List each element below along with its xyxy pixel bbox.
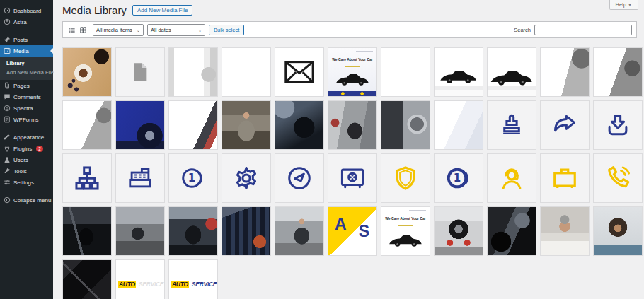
media-item-portrait-man-photo[interactable]	[540, 206, 590, 256]
media-item-website-screenshot-blue[interactable]: We Care About Your Car	[328, 47, 377, 97]
media-item-mechanic-hood-photo[interactable]	[168, 206, 218, 256]
media-item-stamp-image[interactable]	[487, 100, 536, 150]
car-icon	[335, 73, 370, 89]
tile-caption-secondary: S	[359, 222, 369, 241]
media-item-download-image[interactable]	[593, 100, 643, 150]
media-item-shield-image[interactable]	[381, 153, 430, 203]
media-item-blank-image[interactable]	[222, 47, 271, 97]
sidebar-item-wpforms[interactable]: WPForms	[0, 114, 53, 125]
media-item-support-agent-image[interactable]	[487, 153, 536, 203]
sidebar-item-settings[interactable]: Settings	[0, 177, 53, 188]
sidebar-item-posts[interactable]: Posts	[0, 34, 53, 45]
media-item-document-placeholder[interactable]	[115, 47, 165, 97]
media-item-mechanic-hood-photo[interactable]	[275, 100, 324, 150]
grid-view-icon[interactable]	[79, 25, 88, 35]
media-item-autoservice-logo-light[interactable]: AUTOSERVICE	[115, 259, 165, 299]
sidebar-item-label: Spectra	[13, 105, 33, 112]
media-item-light-gradient-image[interactable]	[434, 100, 483, 150]
media-item-breakfast-photo[interactable]	[62, 47, 112, 97]
tools-icon	[4, 168, 11, 175]
media-item-autoservice-logo-blue[interactable]: AUTOSERVICE	[168, 259, 218, 299]
sidebar-item-comments[interactable]: Comments	[0, 91, 53, 102]
sidebar-item-astra[interactable]: Astra	[0, 16, 53, 28]
tile-caption: A	[335, 215, 347, 234]
media-item-junkyard-photo[interactable]	[115, 206, 165, 256]
media-item-portrait-curly-man-photo[interactable]	[593, 206, 643, 256]
media-item-as-logo[interactable]: AS	[328, 206, 377, 256]
sidebar-item-spectra[interactable]: Spectra	[0, 102, 53, 114]
media-item-black-car-angled[interactable]	[487, 47, 536, 97]
sidebar-item-label: Tools	[13, 168, 27, 175]
astra-icon	[4, 18, 11, 25]
sidebar-item-label: Settings	[13, 180, 34, 186]
media-item-coin-image[interactable]: 1	[168, 153, 218, 203]
sidebar-item-users[interactable]: Users	[0, 154, 53, 165]
tile-caption-secondary	[398, 225, 413, 230]
tile-caption: We Care About Your Car	[381, 216, 430, 221]
media-item-gear-image[interactable]	[222, 153, 271, 203]
sidebar-item-plugins[interactable]: Plugins2	[0, 143, 53, 154]
shield-icon	[392, 165, 419, 192]
media-item-faded-white-photo[interactable]	[168, 47, 218, 97]
sidebar-item-label: Comments	[13, 94, 41, 100]
media-item-blank-image[interactable]	[381, 47, 430, 97]
tile-caption-secondary: SERVICE	[139, 281, 163, 288]
media-type-filter[interactable]: All media items⌄	[93, 24, 144, 36]
wordpress-admin: DashboardAstraPostsMediaLibraryAdd New M…	[0, 0, 644, 299]
media-item-blue-wheel-banner[interactable]	[115, 100, 165, 150]
add-new-media-button[interactable]: Add New Media File	[132, 5, 193, 16]
media-item-mechanic-portrait-photo[interactable]	[222, 100, 271, 150]
sidebar-item-dashboard[interactable]: Dashboard	[0, 5, 53, 16]
tile-caption: AUTO	[171, 281, 189, 288]
coin-icon: 1	[445, 165, 472, 192]
sidebar-item-media[interactable]: Media	[0, 45, 53, 57]
media-item-mechanic-wheel-photo[interactable]	[381, 100, 430, 150]
media-item-cash-register-image[interactable]	[115, 153, 165, 203]
media-item-person-photo-faded[interactable]	[540, 47, 590, 97]
media-item-dark-workshop-photo[interactable]	[62, 259, 112, 299]
settings-icon	[4, 179, 11, 186]
sidebar-item-tools[interactable]: Tools	[0, 165, 53, 177]
sidebar-item-label: Users	[13, 157, 28, 163]
media-item-wheel-chocks-photo[interactable]	[434, 206, 483, 256]
media-item-workshop-photo[interactable]	[328, 100, 377, 150]
sidebar-item-collapse-menu[interactable]: Collapse menu	[0, 194, 53, 206]
stamp-icon	[498, 112, 525, 139]
media-item-person-photo-faded[interactable]	[593, 47, 643, 97]
media-grid: We Care About Your Car 11ASWe Care About…	[62, 47, 637, 299]
sidebar-item-pages[interactable]: Pages	[0, 80, 53, 91]
share-icon	[551, 112, 578, 139]
sidebar-item-appearance[interactable]: Appearance	[0, 131, 53, 143]
media-item-briefcase-image[interactable]	[540, 153, 590, 203]
car-icon	[489, 69, 534, 89]
media-item-toolbox-photo[interactable]	[222, 206, 271, 256]
media-item-black-car-side[interactable]	[434, 47, 483, 97]
briefcase-icon	[551, 165, 578, 192]
chevron-down-icon: ▼	[628, 3, 632, 7]
sidebar-subitem-library[interactable]: Library	[0, 59, 53, 68]
sidebar-subitem-add-new-media-file[interactable]: Add New Media File	[0, 68, 53, 77]
list-view-icon[interactable]	[67, 25, 76, 35]
media-item-share-arrow-image[interactable]	[540, 100, 590, 150]
media-item-compass-image[interactable]	[275, 153, 324, 203]
sidebar-item-label: Dashboard	[13, 8, 41, 14]
media-item-phone-image[interactable]	[593, 153, 643, 203]
media-item-website-screenshot-light[interactable]: We Care About Your Car	[381, 206, 430, 256]
help-tab[interactable]: Help▼	[609, 0, 638, 10]
media-item-workshop-mechanic-photo[interactable]	[275, 206, 324, 256]
media-item-person-photo-sliver[interactable]	[168, 100, 218, 150]
help-label: Help	[616, 1, 626, 8]
search-input[interactable]	[534, 25, 632, 35]
tile-caption-secondary	[345, 66, 360, 71]
sidebar-item-label: Astra	[13, 19, 27, 25]
media-item-hierarchy-image[interactable]	[62, 153, 112, 203]
media-item-coin-bold-image[interactable]: 1	[434, 153, 483, 203]
media-item-safe-image[interactable]	[328, 153, 377, 203]
bulk-select-button[interactable]: Bulk select	[209, 25, 244, 35]
media-item-envelope-image[interactable]	[275, 47, 324, 97]
date-filter[interactable]: All dates⌄	[147, 24, 205, 36]
media-item-mechanic-lift-photo[interactable]	[62, 206, 112, 256]
media-item-black-car-front-photo[interactable]	[487, 206, 536, 256]
tile-caption: AUTO	[118, 281, 136, 288]
media-item-person-photo-faded[interactable]	[62, 100, 112, 150]
